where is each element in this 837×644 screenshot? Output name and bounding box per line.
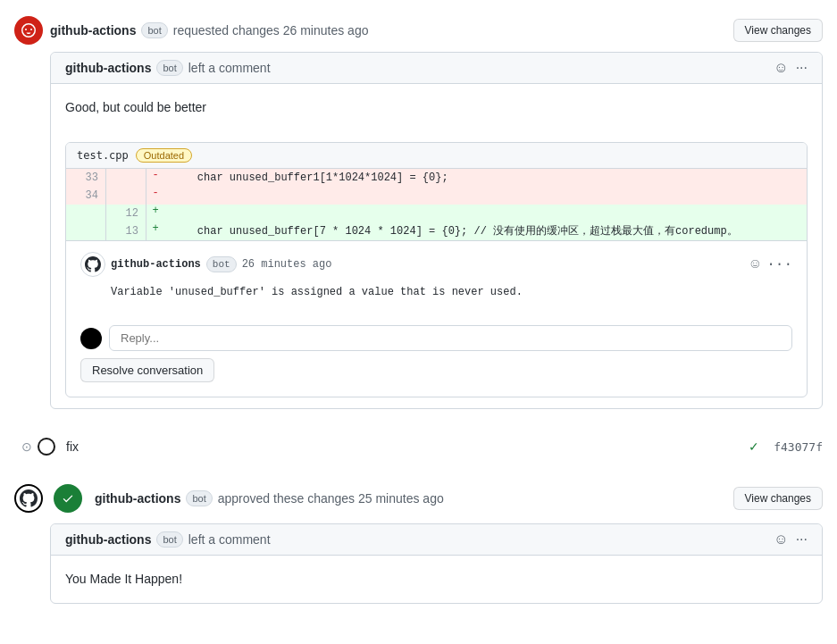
inline-commenter-name: github-actions <box>111 258 201 271</box>
emoji-button-2[interactable]: ☺ <box>774 531 788 548</box>
github-avatar-2 <box>14 484 43 513</box>
commit-user-icon <box>38 438 55 456</box>
reply-user-avatar <box>80 328 102 349</box>
diff-sign-add-13: + <box>146 222 164 240</box>
emoji-button-1[interactable]: ☺ <box>774 60 788 76</box>
diff-num-old-12 <box>66 205 106 222</box>
comment-header-right-1: ☺ ··· <box>774 60 808 76</box>
diff-code-13: char unused_buffer[7 * 1024 * 1024] = {0… <box>164 222 807 240</box>
diff-sign-add-12: + <box>146 205 164 222</box>
diff-code-12 <box>164 205 807 222</box>
view-changes-button-1[interactable]: View changes <box>733 19 824 42</box>
diff-num-old-13 <box>66 222 106 240</box>
commenter-2-name: github-actions <box>65 532 151 547</box>
approved-icon <box>54 484 82 513</box>
emoji-button-inline[interactable]: ☺ <box>751 256 760 272</box>
diff-num-new-34 <box>106 187 146 205</box>
diff-line-12: 12 + <box>66 205 807 222</box>
inline-comment-body: Variable 'unused_buffer' is assigned a v… <box>80 284 792 300</box>
comment-card-1: github-actions bot left a comment ☺ ··· … <box>50 52 823 409</box>
review-2-header-text: github-actions bot approved these change… <box>95 490 726 506</box>
reply-input-1[interactable] <box>109 325 792 351</box>
inline-comment-time: 26 minutes ago <box>242 258 332 271</box>
inline-comment-header-1: github-actions bot 26 minutes ago ☺ ··· <box>80 252 792 277</box>
commenter-2-badge: bot <box>156 531 182 548</box>
more-options-button-2[interactable]: ··· <box>796 531 808 548</box>
review-1-header-text: github-actions bot requested changes 26 … <box>50 22 726 38</box>
resolve-conversation-button[interactable]: Resolve conversation <box>80 358 214 382</box>
inline-comment-left-1: github-actions bot 26 minutes ago <box>80 252 331 277</box>
diff-line-33: 33 - char unused_buffer1[1*1024*1024] = … <box>66 169 807 187</box>
commenter-1-badge: bot <box>156 60 182 76</box>
reviewer-1-name: github-actions <box>50 23 136 38</box>
diff-file-name-1: test.cpp <box>77 149 129 162</box>
inline-comment-1: github-actions bot 26 minutes ago ☺ ··· … <box>66 240 807 311</box>
reviewer-2-badge: bot <box>186 490 212 506</box>
diff-num-new-33 <box>106 169 146 187</box>
view-changes-button-2[interactable]: View changes <box>733 487 824 510</box>
diff-sign-del-33: - <box>146 169 164 187</box>
comment-card-2: github-actions bot left a comment ☺ ··· … <box>50 523 823 604</box>
diff-code-33: char unused_buffer1[1*1024*1024] = {0}; <box>164 169 807 187</box>
comment-header-left-2: github-actions bot left a comment <box>65 531 271 548</box>
diff-sign-del-34: - <box>146 187 164 205</box>
inline-commenter-avatar <box>80 252 105 277</box>
inline-commenter-badge: bot <box>206 256 237 272</box>
commit-name: fix <box>66 439 738 454</box>
diff-file-header-1: test.cpp Outdated <box>66 143 807 169</box>
comment-body-2: You Made It Happen! <box>51 556 822 603</box>
commenter-2-action: left a comment <box>188 532 271 547</box>
diff-container-1: test.cpp Outdated 33 - char unused_buffe… <box>65 142 808 397</box>
reviewer-2-action: approved these changes 25 minutes ago <box>218 491 444 506</box>
commenter-1-action: left a comment <box>188 61 271 75</box>
diff-num-new-13: 13 <box>106 222 146 240</box>
diff-num-old-34: 34 <box>66 187 106 205</box>
comment-header-left-1: github-actions bot left a comment <box>65 60 271 76</box>
comment-card-2-header: github-actions bot left a comment ☺ ··· <box>51 524 822 556</box>
comment-body-1: Good, but could be better <box>51 84 822 131</box>
comment-header-right-2: ☺ ··· <box>774 531 808 548</box>
diff-num-old-33: 33 <box>66 169 106 187</box>
more-options-inline[interactable]: ··· <box>766 256 792 272</box>
commit-branch-icon: ⊙ <box>21 439 32 454</box>
commit-line: ⊙ fix ✓ f43077f <box>0 431 837 463</box>
reviewer-1-action: requested changes 26 minutes ago <box>173 23 369 38</box>
more-options-button-1[interactable]: ··· <box>796 60 808 76</box>
commenter-1-name: github-actions <box>65 61 151 75</box>
inline-comment-actions: ☺ ··· <box>751 256 792 272</box>
bot-avatar-1 <box>14 16 43 45</box>
reviewer-2-name: github-actions <box>95 491 180 506</box>
diff-line-34: 34 - <box>66 187 807 205</box>
diff-code-34 <box>164 187 807 205</box>
commit-hash: f43077f <box>774 440 823 454</box>
diff-line-13: 13 + char unused_buffer[7 * 1024 * 1024]… <box>66 222 807 240</box>
diff-num-new-12: 12 <box>106 205 146 222</box>
commit-check-icon: ✓ <box>749 439 759 454</box>
approved-badge-wrapper <box>54 484 82 513</box>
comment-card-1-header: github-actions bot left a comment ☺ ··· <box>51 53 822 84</box>
review-1-header: github-actions bot requested changes 26 … <box>0 9 837 52</box>
reviewer-1-badge: bot <box>141 22 167 38</box>
outdated-badge-1: Outdated <box>136 148 192 163</box>
reply-area-1 <box>66 318 807 358</box>
review-2-header: github-actions bot approved these change… <box>0 477 837 520</box>
